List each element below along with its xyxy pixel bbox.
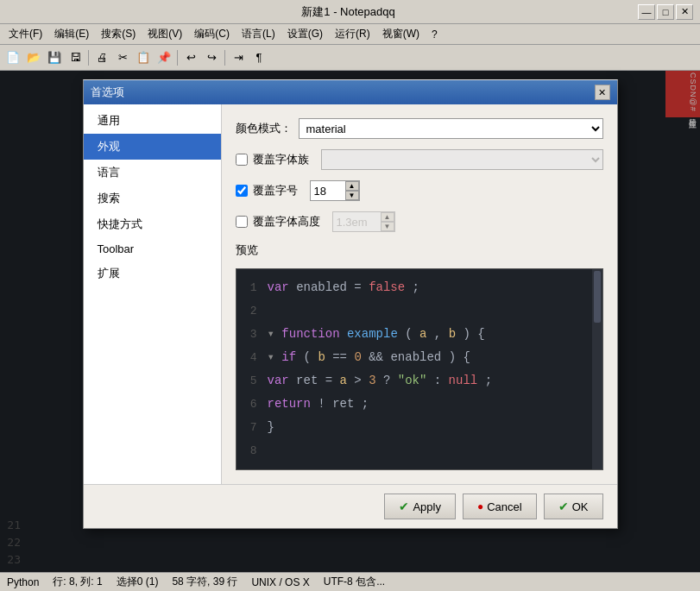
override-font-height-row: 覆盖字体高度 ▲ ▼: [236, 211, 603, 232]
menu-bar: 文件(F) 编辑(E) 搜索(S) 视图(V) 编码(C) 语言(L) 设置(G…: [0, 24, 700, 45]
status-language: Python: [7, 576, 39, 588]
toolbar-sep-1: [88, 50, 89, 66]
font-height-spinner: ▲ ▼: [332, 211, 395, 232]
toolbar-open[interactable]: 📂: [24, 48, 43, 67]
status-position: 行: 8, 列: 1: [53, 575, 102, 589]
toolbar-undo[interactable]: ↩: [181, 48, 200, 67]
code-line-1: 1 var enabled = false ;: [236, 276, 602, 299]
status-encoding: UTF-8 包含...: [324, 575, 385, 589]
dialog-close-button[interactable]: ✕: [595, 85, 610, 100]
override-font-size-row: 覆盖字号 ▲ ▼: [236, 180, 603, 201]
code-preview-area: 1 var enabled = false ; 2: [236, 268, 603, 470]
preview-scrollbar[interactable]: [592, 269, 602, 469]
window-title: 新建1 - Notepadqq: [59, 4, 638, 20]
ok-check-icon: ✔: [558, 500, 569, 513]
code-line-3: 3 ▾ function example ( a , b ) {: [236, 323, 602, 346]
toolbar-redo[interactable]: ↪: [202, 48, 221, 67]
override-font-size-checkbox[interactable]: [236, 185, 248, 197]
sidebar-item-toolbar[interactable]: Toolbar: [84, 237, 221, 261]
override-font-family-label[interactable]: 覆盖字体族: [253, 152, 309, 167]
cancel-label: Cancel: [487, 500, 521, 513]
toolbar-sep-2: [177, 50, 178, 66]
code-line-2: 2: [236, 299, 602, 323]
menu-view[interactable]: 视图(V): [142, 25, 187, 43]
dialog-title-bar: 首选项 ✕: [84, 80, 617, 104]
code-preview: 1 var enabled = false ; 2: [236, 269, 602, 469]
code-line-8: 8: [236, 439, 602, 462]
status-bar: Python 行: 8, 列: 1 选择0 (1) 58 字符, 39 行 UN…: [0, 572, 700, 591]
toolbar-sep-3: [224, 50, 225, 66]
sidebar-item-shortcuts[interactable]: 快捷方式: [84, 211, 221, 237]
sidebar-item-appearance[interactable]: 外观: [84, 134, 221, 160]
status-chars: 58 字符, 39 行: [172, 575, 237, 589]
menu-file[interactable]: 文件(F): [3, 25, 47, 43]
override-font-family-checkbox[interactable]: [236, 154, 248, 166]
close-window-button[interactable]: ✕: [676, 4, 693, 20]
apply-button[interactable]: ✔ Apply: [384, 494, 456, 519]
toolbar-word-wrap[interactable]: ¶: [249, 48, 268, 67]
font-height-spin-buttons: ▲ ▼: [381, 212, 394, 231]
font-height-spin-up[interactable]: ▲: [381, 212, 394, 222]
ok-button[interactable]: ✔ OK: [544, 494, 603, 519]
font-size-input[interactable]: [311, 181, 345, 200]
menu-help[interactable]: ?: [426, 27, 443, 42]
color-mode-row: 颜色模式： material: [236, 118, 603, 139]
ok-label: OK: [572, 500, 589, 513]
toolbar-new[interactable]: 📄: [3, 48, 22, 67]
override-font-size-label[interactable]: 覆盖字号: [253, 183, 298, 198]
spin-buttons: ▲ ▼: [345, 181, 359, 200]
code-line-4: 4 ▾ if ( b == 0 && enabled: [236, 346, 602, 369]
window-controls: — □ ✕: [638, 4, 693, 20]
font-size-spinner: ▲ ▼: [310, 180, 360, 201]
sidebar-item-search[interactable]: 搜索: [84, 185, 221, 211]
apply-check-icon: ✔: [399, 500, 409, 513]
toolbar-paste[interactable]: 📌: [155, 48, 173, 67]
code-line-5: 5 var ret = a > 3 ? "ok": [236, 369, 602, 393]
apply-label: Apply: [413, 500, 441, 513]
spin-down-button[interactable]: ▼: [345, 191, 359, 200]
toolbar-save-all[interactable]: 🖫: [66, 48, 85, 67]
code-line-6: 6 return ! ret ;: [236, 393, 602, 416]
menu-run[interactable]: 运行(R): [330, 25, 375, 43]
preferences-dialog: 首选项 ✕ 通用 外观 语言 搜索 快捷方式 Toolbar 扩展 颜色模式：: [83, 79, 618, 529]
font-height-spin-down[interactable]: ▼: [381, 222, 394, 231]
override-font-height-checkbox[interactable]: [236, 216, 248, 228]
maximize-button[interactable]: □: [657, 4, 674, 20]
dialog-footer: ✔ Apply ● Cancel ✔ OK: [84, 484, 617, 528]
preview-label: 预览: [236, 242, 603, 258]
menu-settings[interactable]: 设置(G): [282, 25, 328, 43]
spin-up-button[interactable]: ▲: [345, 181, 359, 191]
dialog-body: 通用 外观 语言 搜索 快捷方式 Toolbar 扩展 颜色模式： materi…: [84, 104, 617, 484]
toolbar-cut[interactable]: ✂: [113, 48, 132, 67]
menu-edit[interactable]: 编辑(E): [49, 25, 94, 43]
font-height-input[interactable]: [333, 212, 381, 231]
override-font-family-row: 覆盖字体族: [236, 149, 603, 170]
sidebar-item-language[interactable]: 语言: [84, 160, 221, 185]
minimize-button[interactable]: —: [638, 4, 655, 20]
toolbar-indent[interactable]: ⇥: [229, 48, 248, 67]
sidebar-item-general[interactable]: 通用: [84, 108, 221, 134]
color-mode-select[interactable]: material: [299, 118, 603, 139]
override-font-height-label[interactable]: 覆盖字体高度: [253, 214, 320, 229]
cancel-button[interactable]: ● Cancel: [463, 494, 537, 519]
menu-search[interactable]: 搜索(S): [96, 25, 141, 43]
override-font-family-select[interactable]: [321, 149, 603, 170]
menu-language[interactable]: 语言(L): [236, 25, 281, 43]
dialog-title: 首选项: [91, 85, 124, 100]
preferences-sidebar: 通用 外观 语言 搜索 快捷方式 Toolbar 扩展: [84, 104, 222, 484]
status-selection: 选择0 (1): [117, 575, 159, 589]
toolbar-save[interactable]: 💾: [45, 48, 64, 67]
appearance-content: 颜色模式： material 覆盖字体族 覆盖字号: [222, 104, 617, 484]
toolbar-print[interactable]: 🖨: [92, 48, 111, 67]
toolbar: 📄 📂 💾 🖫 🖨 ✂ 📋 📌 ↩ ↪ ⇥ ¶: [0, 45, 700, 71]
status-line-ending: UNIX / OS X: [251, 576, 309, 588]
scrollbar-thumb[interactable]: [594, 271, 601, 323]
title-bar: 新建1 - Notepadqq — □ ✕: [0, 0, 700, 24]
sidebar-item-extensions[interactable]: 扩展: [84, 261, 221, 286]
cancel-circle-icon: ●: [477, 500, 483, 512]
menu-window[interactable]: 视窗(W): [377, 25, 425, 43]
code-line-7: 7 }: [236, 416, 602, 439]
menu-encoding[interactable]: 编码(C): [189, 25, 235, 43]
dialog-overlay: 首选项 ✕ 通用 外观 语言 搜索 快捷方式 Toolbar 扩展 颜色模式：: [0, 71, 700, 591]
toolbar-copy[interactable]: 📋: [134, 48, 153, 67]
